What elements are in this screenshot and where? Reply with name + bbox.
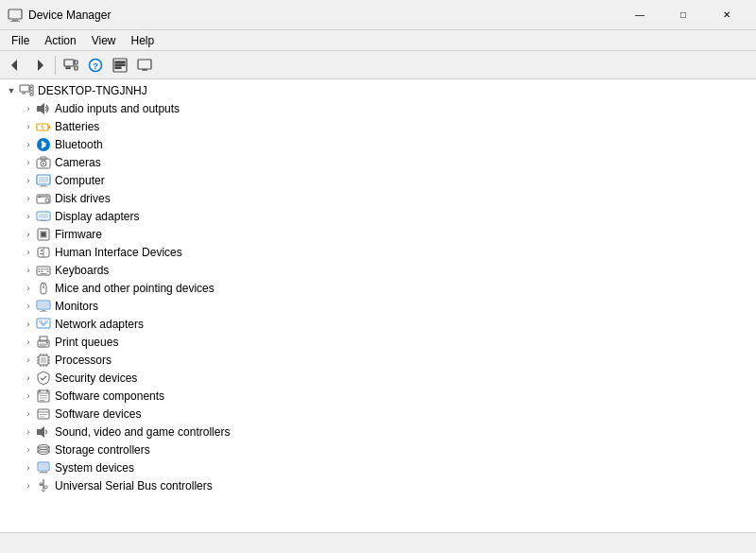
expand-arrow[interactable]: › xyxy=(21,173,36,188)
item-label: Keyboards xyxy=(55,264,109,277)
device-list: › Audio inputs and outputs › xyxy=(0,99,756,494)
svg-rect-5 xyxy=(64,60,74,66)
expand-arrow[interactable]: › xyxy=(21,442,36,458)
computer-icon xyxy=(36,173,51,188)
list-item[interactable]: › Firmware xyxy=(0,225,756,243)
menu-view[interactable]: View xyxy=(84,32,124,49)
close-button[interactable]: ✕ xyxy=(705,0,748,30)
svg-rect-22 xyxy=(31,90,32,91)
camera-icon xyxy=(36,155,51,170)
expand-arrow[interactable]: › xyxy=(21,281,36,296)
expand-arrow[interactable]: › xyxy=(21,101,36,116)
list-item[interactable]: › Storage controllers xyxy=(0,441,756,458)
list-item[interactable]: › Cameras xyxy=(0,153,756,171)
svg-rect-19 xyxy=(22,93,26,95)
item-label: Sound, video and game controllers xyxy=(55,425,230,439)
list-item[interactable]: › Mice and other pointing devices xyxy=(0,279,756,297)
item-label: Audio inputs and outputs xyxy=(55,102,180,115)
svg-rect-24 xyxy=(37,106,41,112)
list-item[interactable]: › Print queues xyxy=(0,333,756,351)
security-icon xyxy=(36,371,51,386)
svg-point-76 xyxy=(46,341,48,343)
list-item[interactable]: › Network adapters xyxy=(0,315,756,333)
expand-arrow[interactable]: › xyxy=(21,191,36,206)
list-item[interactable]: › Audio inputs and outputs xyxy=(0,99,756,117)
list-item[interactable]: › Software devices xyxy=(0,405,756,423)
list-item[interactable]: › Human Interface Devices xyxy=(0,243,756,261)
expand-arrow[interactable]: › xyxy=(21,389,36,404)
item-label: Computer xyxy=(55,174,105,187)
expand-arrow[interactable]: › xyxy=(21,227,36,242)
expand-arrow[interactable]: › xyxy=(21,406,36,422)
list-item[interactable]: › Display adapters xyxy=(0,207,756,225)
expand-arrow[interactable]: › xyxy=(21,209,36,224)
properties-button[interactable] xyxy=(109,54,131,77)
svg-rect-50 xyxy=(40,253,43,254)
sound-icon xyxy=(36,424,51,440)
expand-arrow[interactable]: › xyxy=(21,335,36,350)
svg-rect-35 xyxy=(39,186,48,187)
main-content[interactable]: ▼ DESKTOP-TNGJNHJ › xyxy=(0,79,756,532)
list-item[interactable]: › Batteries xyxy=(0,117,756,135)
list-item[interactable]: › Software components xyxy=(0,387,756,405)
list-item[interactable]: › xyxy=(0,351,756,369)
expand-arrow[interactable]: › xyxy=(21,245,36,260)
svg-rect-53 xyxy=(42,268,43,270)
list-item[interactable]: › System devices xyxy=(0,458,756,476)
menu-bar: File Action View Help xyxy=(0,30,756,51)
svg-rect-18 xyxy=(20,85,29,92)
item-label: Network adapters xyxy=(55,318,144,331)
maximize-button[interactable]: □ xyxy=(662,0,705,30)
svg-rect-52 xyxy=(39,268,41,270)
expand-arrow[interactable]: › xyxy=(21,263,36,278)
svg-rect-39 xyxy=(39,197,41,198)
list-item[interactable]: › Bluetooth xyxy=(0,135,756,153)
svg-rect-110 xyxy=(39,473,48,474)
help-button[interactable]: ? xyxy=(84,54,107,77)
computer-view-button[interactable] xyxy=(60,54,82,77)
svg-rect-109 xyxy=(40,472,47,473)
expand-arrow[interactable]: › xyxy=(21,317,36,332)
list-item[interactable]: › Computer xyxy=(0,171,756,189)
svg-point-38 xyxy=(45,199,49,202)
menu-action[interactable]: Action xyxy=(37,32,83,49)
list-item[interactable]: › Monitors xyxy=(0,297,756,315)
expand-arrow[interactable]: › xyxy=(21,137,36,152)
item-label: Software components xyxy=(55,389,164,403)
minimize-button[interactable]: — xyxy=(618,0,662,30)
expand-arrow[interactable]: › xyxy=(21,353,36,368)
mouse-icon xyxy=(36,281,51,296)
keyboard-icon xyxy=(36,263,51,278)
tree-root-node[interactable]: ▼ DESKTOP-TNGJNHJ xyxy=(0,81,756,99)
list-item[interactable]: › Sound, video and game controllers xyxy=(0,423,756,441)
expand-arrow[interactable]: › xyxy=(21,371,36,386)
item-label: Bluetooth xyxy=(55,138,103,151)
bluetooth-icon xyxy=(36,137,51,152)
menu-help[interactable]: Help xyxy=(124,32,163,49)
item-label: Monitors xyxy=(55,300,98,313)
menu-file[interactable]: File xyxy=(4,32,37,49)
svg-rect-26 xyxy=(48,126,50,129)
expand-arrow[interactable]: › xyxy=(21,299,36,314)
list-item[interactable]: › Keyboards xyxy=(0,261,756,279)
back-button[interactable] xyxy=(4,54,26,77)
root-expand-arrow[interactable]: ▼ xyxy=(4,83,19,98)
expand-arrow[interactable]: › xyxy=(21,478,36,493)
usb-icon xyxy=(36,478,51,493)
expand-arrow[interactable]: › xyxy=(21,424,36,440)
display-button[interactable] xyxy=(133,54,156,77)
list-item[interactable]: › Universal Serial Bus controllers xyxy=(0,476,756,494)
svg-rect-42 xyxy=(41,220,46,221)
root-computer-icon xyxy=(19,83,34,98)
list-item[interactable]: › Disk drives xyxy=(0,189,756,207)
expand-arrow[interactable]: › xyxy=(21,155,36,170)
list-item[interactable]: › Security devices xyxy=(0,369,756,387)
svg-rect-2 xyxy=(10,21,20,22)
expand-arrow[interactable]: › xyxy=(21,119,36,134)
svg-line-70 xyxy=(41,323,43,324)
svg-marker-4 xyxy=(38,60,43,71)
expand-arrow[interactable]: › xyxy=(21,460,36,475)
title-bar: Device Manager — □ ✕ xyxy=(0,0,756,30)
forward-button[interactable] xyxy=(28,54,51,77)
svg-rect-0 xyxy=(9,9,22,19)
